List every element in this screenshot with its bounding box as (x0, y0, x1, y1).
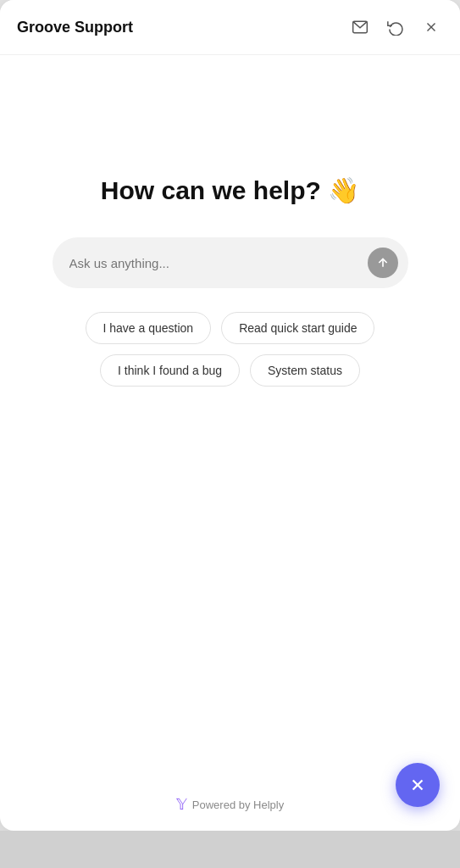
hero-section: How can we help? 👋 (101, 174, 359, 207)
header-actions (348, 15, 443, 39)
fab-close-icon (408, 776, 427, 794)
refresh-icon (387, 19, 404, 36)
quick-actions: I have a question Read quick start guide… (53, 312, 408, 387)
email-icon (352, 19, 369, 36)
quick-action-status[interactable]: System status (250, 354, 360, 387)
close-icon-button[interactable] (419, 15, 443, 39)
arrow-up-icon (376, 256, 390, 270)
search-input[interactable] (69, 256, 368, 270)
email-icon-button[interactable] (348, 15, 372, 39)
widget-title: Groove Support (17, 19, 133, 36)
powered-by-text: Powered by Helply (192, 798, 284, 811)
refresh-icon-button[interactable] (384, 15, 407, 39)
system-bottom-bar (0, 831, 460, 868)
search-submit-button[interactable] (368, 248, 398, 278)
widget-header: Groove Support (0, 0, 460, 55)
chat-widget: Groove Support (0, 0, 460, 831)
quick-action-bug[interactable]: I think I found a bug (100, 354, 240, 387)
close-icon (424, 19, 439, 35)
wave-emoji: 👋 (328, 176, 359, 204)
hero-title: How can we help? 👋 (101, 174, 359, 207)
widget-footer: 𝕐 Powered by Helply (0, 778, 460, 831)
main-content: How can we help? 👋 I have a question Rea… (0, 55, 460, 778)
helply-logo-icon: 𝕐 (176, 795, 187, 814)
fab-close-button[interactable] (396, 763, 440, 807)
quick-action-quickstart[interactable]: Read quick start guide (221, 312, 374, 344)
search-bar (53, 237, 408, 288)
quick-action-question[interactable]: I have a question (86, 312, 212, 344)
